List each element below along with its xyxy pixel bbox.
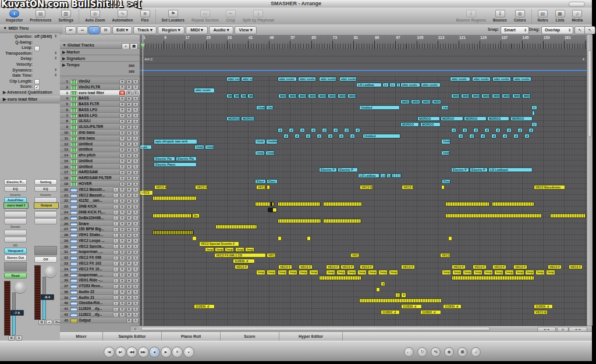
input-monitor-button[interactable]: I bbox=[113, 279, 119, 283]
record-enable-button[interactable]: R bbox=[119, 312, 125, 317]
record-enable-button[interactable]: R bbox=[119, 267, 125, 272]
solo-button[interactable]: S bbox=[133, 80, 139, 84]
solo-button[interactable]: S bbox=[133, 142, 139, 147]
solo-button[interactable]: S bbox=[133, 250, 139, 255]
toolbar-item-media[interactable]: ♫Media bbox=[569, 8, 586, 24]
track-row-22[interactable]: 2241152__san...IRMS bbox=[60, 198, 140, 204]
region-midi[interactable]: MIDI bbox=[278, 94, 287, 98]
param-value[interactable]: off (3840) bbox=[34, 34, 52, 40]
region-loop[interactable]: loop bbox=[235, 247, 244, 252]
region-untit[interactable]: Untit bbox=[265, 151, 275, 155]
insert-slot[interactable] bbox=[34, 218, 57, 224]
new-track-button[interactable]: ▦ bbox=[130, 43, 138, 49]
record-enable-button[interactable]: R bbox=[119, 279, 125, 283]
group-slot[interactable] bbox=[4, 262, 27, 272]
menu-track[interactable]: Track ▾ bbox=[133, 26, 157, 34]
region-moroo[interactable]: MOROO bbox=[420, 122, 441, 127]
snap-select[interactable]: Smart⇕ bbox=[501, 26, 529, 34]
region[interactable] bbox=[192, 236, 197, 241]
region-midi[interactable]: MIDI bbox=[298, 94, 307, 98]
region-loop[interactable]: loop bbox=[245, 247, 254, 252]
region-vec2-special-sounds-2[interactable]: VEC2 Special Sounds 2 bbox=[199, 241, 239, 246]
solo-button[interactable]: S bbox=[133, 136, 139, 141]
track-row-26[interactable]: 26SnareIRMS bbox=[60, 221, 140, 227]
region-d[interactable]: d bbox=[333, 128, 338, 133]
input-monitor-button[interactable]: I bbox=[113, 284, 119, 289]
input-monitor-button[interactable]: I bbox=[113, 256, 119, 260]
tuner-button[interactable]: ♩ bbox=[404, 347, 414, 357]
region[interactable] bbox=[445, 202, 489, 206]
region-ebic-soolo[interactable]: ebic soolo bbox=[339, 77, 357, 81]
record-enable-button[interactable]: R bbox=[119, 148, 125, 152]
solo-button[interactable]: S bbox=[133, 170, 139, 175]
solo-button[interactable]: S bbox=[133, 279, 139, 283]
region-unt[interactable]: Unt bbox=[441, 105, 449, 110]
region-untit[interactable]: Untit bbox=[255, 139, 265, 144]
vertical-scroll-thumb[interactable] bbox=[588, 50, 592, 137]
record-enable-button[interactable]: R bbox=[119, 238, 125, 243]
track-row-35[interactable]: 35looperman_...IRMS bbox=[60, 272, 140, 278]
toolbar-item-set-locators[interactable]: ⚑Set Locators bbox=[158, 8, 188, 24]
region-untit[interactable]: Untit bbox=[441, 151, 450, 155]
solo-button[interactable]: S bbox=[133, 148, 139, 152]
region[interactable] bbox=[441, 185, 445, 190]
toolbar-item-inspector[interactable]: iInspector bbox=[2, 8, 26, 24]
mute-button[interactable]: M bbox=[126, 273, 132, 277]
record-enable-button[interactable]: R bbox=[119, 131, 125, 135]
region-d[interactable]: d bbox=[462, 128, 467, 133]
region-loop[interactable]: loop bbox=[452, 270, 462, 274]
region-vec2[interactable]: VEC2 bbox=[140, 190, 153, 195]
region[interactable] bbox=[445, 213, 542, 218]
record-enable-button[interactable]: R bbox=[119, 250, 125, 255]
toolbar-toggle-lozenge[interactable] bbox=[569, 2, 585, 7]
input-monitor-button[interactable]: I bbox=[113, 295, 119, 300]
record-enable-button[interactable]: R bbox=[119, 295, 125, 300]
track-row-15[interactable]: 15UntitledRMS bbox=[60, 158, 140, 164]
region-untit[interactable]: Untit bbox=[255, 151, 265, 155]
track-row-11[interactable]: 11dnb bassRMS bbox=[60, 135, 140, 141]
region-d[interactable]: d bbox=[480, 134, 485, 138]
solo-button[interactable]: S bbox=[133, 165, 139, 169]
track-row-17[interactable]: 17HARDSAWRMS bbox=[60, 169, 140, 175]
toolbar-item-lists[interactable]: ▦Lists bbox=[552, 8, 569, 24]
mute-button[interactable]: M bbox=[126, 119, 132, 124]
region-loop[interactable]: loop bbox=[505, 270, 514, 274]
region-d[interactable]: d bbox=[473, 128, 478, 133]
region-d[interactable]: d bbox=[339, 134, 344, 138]
menu-edit[interactable]: Edit ▾ bbox=[112, 26, 132, 34]
region[interactable] bbox=[152, 213, 192, 218]
record-enable-button[interactable]: R bbox=[119, 125, 125, 130]
mute-button[interactable]: M bbox=[126, 187, 132, 192]
track-row-3[interactable]: 3euro lead filterRMS bbox=[60, 90, 140, 96]
region-ebic-soolo[interactable]: ebic soolo bbox=[472, 77, 491, 81]
tab-mixer[interactable]: Mixer bbox=[60, 332, 103, 341]
mute-button[interactable]: M bbox=[126, 284, 132, 289]
forward-button[interactable]: ▶▶ bbox=[138, 347, 149, 358]
region[interactable] bbox=[452, 276, 534, 280]
stepper-icon[interactable]: ⇕ bbox=[54, 67, 57, 73]
input-monitor-button[interactable]: I bbox=[113, 205, 119, 209]
track-row-2[interactable]: 2VInGU FLTRRMS bbox=[60, 84, 140, 90]
region-midi[interactable]: MIDI bbox=[226, 94, 233, 98]
solo-button[interactable]: S bbox=[133, 182, 139, 187]
record-enable-button[interactable]: R bbox=[119, 80, 125, 84]
region-vec2-f[interactable]: VEC2 F bbox=[569, 265, 583, 269]
region-ebic-soolo[interactable]: ebic soolo bbox=[298, 77, 316, 81]
solo-button[interactable]: S bbox=[133, 210, 139, 215]
region-canvas[interactable]: ebic sooloebic sooloebic sooloebic soolo… bbox=[140, 76, 587, 326]
region-epic[interactable]: epic bbox=[140, 145, 152, 149]
track-row-13[interactable]: 13UntitledRMS bbox=[60, 147, 140, 152]
solo-button[interactable]: S bbox=[133, 238, 139, 243]
region-elect[interactable]: Elect bbox=[267, 179, 278, 184]
mute-button[interactable]: M bbox=[126, 238, 132, 243]
solo-button[interactable]: S bbox=[133, 205, 139, 209]
region-loop[interactable]: loop bbox=[546, 270, 555, 274]
play-button[interactable]: ▶ bbox=[161, 347, 172, 358]
region-moroo[interactable]: MOROO bbox=[487, 116, 509, 121]
input-monitor-button[interactable]: I bbox=[113, 301, 119, 306]
solo-button[interactable]: S bbox=[133, 312, 139, 317]
mute-button[interactable]: M bbox=[126, 159, 132, 163]
solo-button[interactable]: S bbox=[133, 222, 139, 226]
region[interactable] bbox=[323, 219, 361, 223]
mute-button[interactable]: M bbox=[126, 233, 132, 238]
